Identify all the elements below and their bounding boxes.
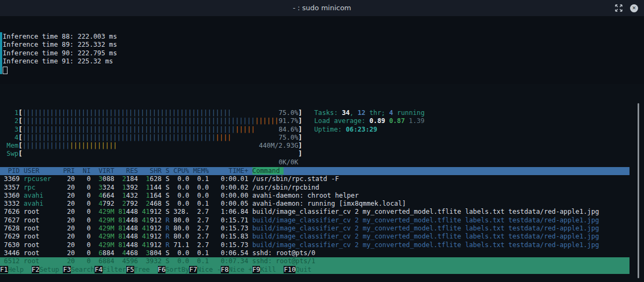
process-row[interactable]: 3446 root 20 0 6884 4468 3804 S 0.0 0.1 … — [0, 249, 629, 257]
process-row[interactable]: 3369 rpcuser 20 0 3088 2184 1628 S 0.0 0… — [0, 175, 629, 183]
fkey-f2[interactable]: F2 — [32, 266, 40, 273]
fkey-label[interactable]: Quit — [295, 266, 319, 273]
process-row-selected[interactable]: 6512 root 20 0 6884 4596 3932 S 0.0 0.1 … — [0, 257, 629, 265]
process-row[interactable]: 7626 root 20 0 429M 81448 41912 S 328. 2… — [0, 208, 629, 216]
close-button[interactable]: ✕ — [629, 4, 639, 13]
process-row[interactable]: 7630 root 20 0 429M 81448 41912 R 71.1 2… — [0, 241, 629, 249]
terminal-cursor — [3, 67, 8, 74]
fkey-label[interactable]: Setup — [39, 266, 63, 273]
terminal-output: Inference time 88: 222.003 msInference t… — [3, 33, 117, 76]
fkey-label[interactable]: Nice + — [229, 266, 252, 273]
fkey-label[interactable]: SortBy — [165, 266, 189, 273]
fkey-label[interactable]: Nice - — [197, 266, 221, 273]
fkey-f10[interactable]: F10 — [284, 266, 295, 273]
cpu-1-meter: 1[||||||||||||||||||||||||||||||||||||||… — [3, 109, 302, 117]
memory-meter: Mem[||||||||||||||||||||||||440M/2.93G] — [3, 142, 302, 150]
process-row[interactable]: 3357 rpc 20 0 3324 1392 1144 S 0.0 0.0 0… — [0, 184, 629, 192]
process-row[interactable]: 3360 avahi 20 0 4664 1432 1164 S 0.0 0.0… — [0, 192, 629, 200]
process-row[interactable]: 7628 root 20 0 429M 81448 41912 R 80.0 2… — [0, 225, 629, 233]
terminal-line: Inference time 88: 222.003 ms — [3, 33, 117, 41]
fkey-f4[interactable]: F4 — [95, 266, 103, 273]
window-title-minicom: - : sudo minicom — [0, 0, 644, 16]
fkey-bar: F1Help F2Setup F3SearchF4FilterF5Tree F6… — [0, 266, 629, 274]
swap-meter: Swp[0K/0K] — [3, 150, 302, 158]
close-icon: ✕ — [630, 4, 638, 12]
terminal-line: Inference time 90: 222.795 ms — [3, 49, 117, 57]
pane-indicator-bar — [0, 32, 2, 74]
process-table-header[interactable]: PID USER PRI NI VIRT RES SHR S CPU% MEM%… — [0, 167, 629, 175]
window-controls: ✕ — [614, 0, 639, 16]
htop-summary-line: Load average: 0.89 0.87 1.39 — [314, 117, 425, 125]
process-row[interactable]: 3332 avahi 20 0 4792 2792 2468 S 0.0 0.1… — [0, 200, 629, 208]
htop-pane[interactable]: 1[||||||||||||||||||||||||||||||||||||||… — [0, 84, 644, 282]
fkey-f3[interactable]: F3 — [63, 266, 71, 273]
fkey-f7[interactable]: F7 — [189, 266, 197, 273]
cpu-2-meter: 2[||||||||||||||||||||||||||||||||||||||… — [3, 117, 302, 125]
fkey-label[interactable]: Kill — [260, 266, 284, 273]
expand-button[interactable] — [614, 4, 623, 13]
fkey-f1[interactable]: F1 — [0, 266, 8, 273]
htop-summary-line: Tasks: 34, 12 thr; 4 running — [314, 109, 425, 117]
process-table: PID USER PRI NI VIRT RES SHR S CPU% MEM%… — [0, 167, 644, 274]
fkey-label[interactable]: Search — [71, 266, 95, 273]
terminal-line: Inference time 91: 225.32 ms — [3, 57, 117, 66]
terminal-line: Inference time 89: 225.332 ms — [3, 41, 117, 49]
fkey-f6[interactable]: F6 — [158, 266, 166, 273]
expand-icon — [614, 4, 623, 12]
minicom-terminal-pane[interactable]: Inference time 88: 222.003 msInference t… — [0, 16, 644, 84]
process-row[interactable]: 7627 root 20 0 429M 81448 41912 R 80.0 2… — [0, 216, 629, 225]
fkey-f8[interactable]: F8 — [221, 266, 229, 273]
fkey-f9[interactable]: F9 — [252, 266, 261, 273]
window-titlebar-minicom[interactable]: - : sudo minicom ✕ — [0, 0, 644, 17]
fkey-label[interactable]: Filter — [103, 266, 126, 273]
htop-scrollbar[interactable] — [638, 103, 639, 278]
htop-summary-line: Uptime: 06:23:29 — [314, 126, 425, 134]
process-row[interactable]: 7629 root 20 0 429M 81448 41912 R 80.0 2… — [0, 233, 629, 241]
htop-meters: 1[||||||||||||||||||||||||||||||||||||||… — [3, 109, 302, 158]
fkey-label[interactable]: Tree — [134, 266, 158, 273]
fkey-label[interactable]: Help — [8, 266, 32, 273]
tmux-screen: - : sudo minicom ✕ Inference time 88: 22… — [0, 0, 644, 282]
cpu-3-meter: 3[||||||||||||||||||||||||||||||||||||||… — [3, 126, 302, 134]
cpu-4-meter: 4[||||||||||||||||||||||||||||||||||||||… — [3, 134, 302, 142]
htop-summary: Tasks: 34, 12 thr; 4 runningLoad average… — [314, 109, 425, 134]
fkey-f5[interactable]: F5 — [126, 266, 134, 273]
